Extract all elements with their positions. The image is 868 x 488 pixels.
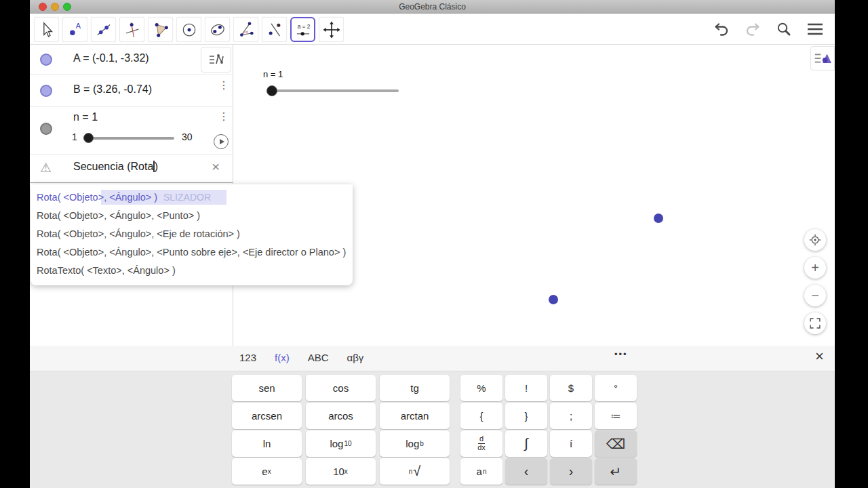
keyboard-tab-123[interactable]: 123 — [239, 352, 256, 363]
key-cos[interactable]: cos — [306, 375, 376, 401]
key-arctan[interactable]: arctan — [380, 403, 450, 429]
key-sen[interactable]: sen — [232, 375, 302, 401]
autocomplete-item[interactable]: Rota( <Objeto>, <Ángulo>, <Punto> ) — [31, 207, 353, 225]
key-}[interactable]: } — [505, 403, 547, 429]
row-menu-n[interactable]: ⋮ — [217, 111, 231, 122]
visibility-toggle-B[interactable] — [40, 85, 52, 97]
autocomplete-item[interactable]: Rota( <Objeto>, <Ángulo>, <Punto sobre e… — [31, 243, 353, 262]
polygon-tool-button[interactable] — [148, 17, 173, 42]
visibility-toggle-n[interactable] — [40, 123, 52, 135]
algebra-style-icon — [207, 50, 226, 69]
algebra-row-n: n = 1 1 30 ⋮ — [30, 107, 233, 155]
ten-power-key[interactable]: 10x — [306, 458, 376, 485]
zoom-out-button[interactable]: − — [804, 285, 826, 306]
autocomplete-item[interactable]: Rota( <Objeto>, <Ángulo>, <Eje de rotaci… — [31, 225, 353, 243]
nth-root-key[interactable]: n√ — [380, 458, 450, 485]
graphics-stylebar-button[interactable] — [810, 46, 835, 70]
slider-tool-icon: a = 2 — [293, 20, 313, 40]
autocomplete-item[interactable]: SLIZADOR Rota( <Objeto>, <Ángulo> ) — [31, 188, 353, 207]
main-menu-button[interactable] — [805, 19, 825, 39]
slider-knob-n[interactable] — [83, 133, 94, 143]
graphics-slider-track[interactable] — [271, 89, 399, 92]
point-tool-button[interactable]: A — [62, 17, 87, 42]
clear-input-button[interactable]: × — [212, 159, 220, 175]
graphics-style-icon — [813, 49, 832, 67]
graphics-point[interactable] — [654, 214, 663, 223]
subscript-key[interactable]: an — [460, 458, 502, 485]
polygon-icon — [151, 20, 171, 40]
algebra-input-row[interactable]: ⚠ Secuencia (Rota) × — [30, 155, 233, 183]
derivative-key[interactable]: ddx — [460, 430, 502, 457]
key-ln[interactable]: ln — [232, 430, 302, 457]
key-%[interactable]: % — [460, 375, 502, 401]
angle-icon: α — [236, 20, 256, 40]
graphics-point[interactable] — [549, 295, 558, 304]
visibility-toggle-A[interactable] — [40, 54, 52, 66]
object-definition-B[interactable]: B = (3.26, -0.74) — [73, 83, 152, 96]
ellipse-tool-button[interactable] — [205, 17, 230, 42]
row-menu-B[interactable]: ⋮ — [217, 80, 231, 91]
cursor-left-key[interactable]: ‹ — [505, 458, 547, 485]
key-arcos[interactable]: arcos — [306, 403, 376, 429]
svg-text:α: α — [245, 30, 248, 34]
ellipse-icon — [208, 20, 228, 40]
perpendicular-line-icon — [122, 20, 142, 40]
cursor-right-key[interactable]: › — [550, 458, 592, 485]
perpendicular-line-tool-button[interactable] — [119, 17, 144, 42]
screen: GeoGebra Clásico A — [0, 0, 868, 488]
line-tool-button[interactable] — [91, 17, 116, 42]
e-power-key[interactable]: ex — [232, 458, 302, 485]
keyboard-more-button[interactable]: ••• — [614, 349, 628, 359]
animate-slider-button[interactable] — [214, 134, 229, 149]
right-letterbox — [835, 0, 868, 488]
imaginary-unit-key[interactable]: í — [550, 430, 592, 457]
zoom-in-button[interactable]: + — [804, 257, 826, 279]
assign-key[interactable]: ≔ — [595, 403, 637, 429]
keyboard-tab-ABC[interactable]: ABC — [308, 352, 329, 363]
graphics-slider-label[interactable]: n = 1 — [263, 69, 283, 79]
angle-tool-button[interactable]: α — [233, 17, 258, 42]
graphics-slider-knob[interactable] — [267, 85, 277, 96]
key-;[interactable]: ; — [550, 403, 592, 429]
slider-definition-n[interactable]: n = 1 — [73, 111, 98, 123]
fullscreen-button[interactable] — [804, 312, 826, 334]
autocomplete-item[interactable]: RotaTexto( <Texto>, <Ángulo> ) — [31, 262, 353, 280]
reflect-tool-button[interactable] — [262, 17, 287, 42]
algebra-input-value[interactable]: Secuencia (Rota) — [73, 161, 158, 173]
standard-view-button[interactable] — [804, 229, 826, 251]
keyboard-close-button[interactable]: × — [815, 348, 824, 365]
play-icon — [220, 139, 224, 144]
algebra-stylebar-button[interactable] — [201, 47, 231, 73]
slider-max-value: 30 — [182, 131, 193, 142]
backspace-key[interactable]: ⌫ — [595, 430, 637, 457]
fullscreen-icon — [808, 317, 822, 330]
key-{[interactable]: { — [460, 403, 502, 429]
key-arcsen[interactable]: arcsen — [232, 403, 302, 429]
object-definition-A[interactable]: A = (-0.1, -3.32) — [73, 52, 149, 64]
search-button[interactable] — [774, 19, 794, 39]
slider-min-value: 1 — [72, 131, 77, 142]
circle-tool-button[interactable] — [176, 17, 201, 42]
undo-icon — [713, 20, 730, 38]
warning-icon: ⚠ — [40, 160, 52, 176]
minus-icon: − — [811, 288, 819, 304]
enter-key[interactable]: ↵ — [595, 458, 637, 485]
integral-key[interactable]: ∫ — [505, 430, 547, 457]
log10-key[interactable]: log10 — [306, 430, 376, 457]
redo-button[interactable] — [743, 19, 763, 39]
move-tool-button[interactable] — [34, 17, 59, 42]
logb-key[interactable]: logb — [380, 430, 450, 457]
slider-track-n[interactable] — [84, 137, 174, 140]
key-°[interactable]: ° — [595, 375, 637, 401]
move-graphics-view-tool-button[interactable] — [319, 17, 344, 42]
reflect-about-line-icon — [264, 20, 285, 40]
key-![interactable]: ! — [505, 375, 547, 401]
key-tg[interactable]: tg — [380, 375, 450, 401]
algebra-row-B: B = (3.26, -0.74) ⋮ — [30, 75, 233, 107]
keyboard-tab-αβγ[interactable]: αβγ — [347, 352, 364, 363]
key-$[interactable]: $ — [550, 375, 592, 401]
slider-tool-button[interactable]: a = 2 — [290, 17, 315, 42]
undo-button[interactable] — [711, 19, 732, 39]
virtual-keyboard: 123f(x)ABCαβγ ••• × sencostg%!$°arcsenar… — [30, 346, 835, 488]
keyboard-tab-f(x)[interactable]: f(x) — [275, 352, 290, 363]
